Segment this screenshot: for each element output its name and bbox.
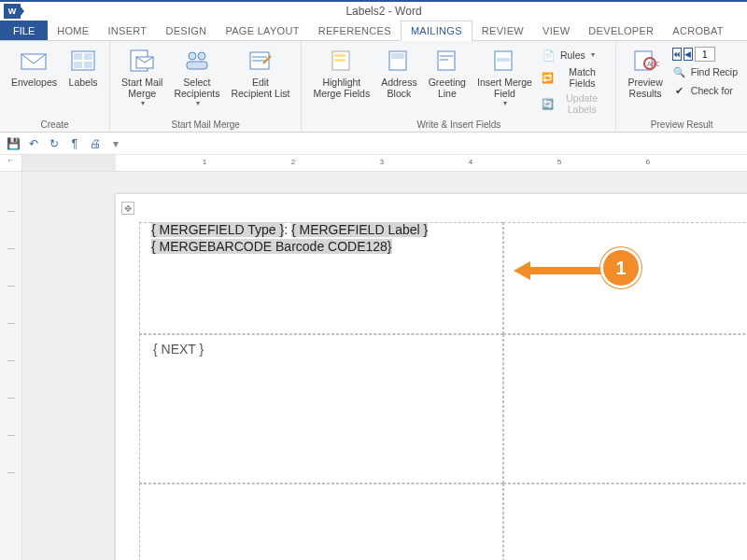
- mergebarcode: { MERGEBARCODE Barcode CODE128}: [151, 239, 392, 254]
- preview-stack: ⏮ ◀ 🔍 Find Recip ✔ Check for: [669, 45, 741, 101]
- tab-developer[interactable]: DEVELOPER: [579, 21, 663, 40]
- mergefield-label: { MERGEFIELD Label }: [291, 222, 428, 237]
- tab-design[interactable]: DESIGN: [156, 21, 216, 40]
- ruler-mark: 2: [291, 158, 295, 166]
- label-cell: [139, 483, 503, 560]
- greeting-icon: [432, 47, 462, 75]
- tab-review[interactable]: REVIEW: [472, 21, 533, 40]
- highlight-icon: [327, 47, 357, 75]
- tab-references[interactable]: REFERENCES: [309, 21, 401, 40]
- svg-rect-23: [497, 58, 510, 62]
- group-preview-label: Preview Result: [622, 118, 741, 130]
- match-fields-button[interactable]: 🔁 Match Fields: [542, 65, 607, 90]
- vertical-ruler: ⌐: [0, 155, 22, 560]
- check-errors-button[interactable]: ✔ Check for: [672, 82, 738, 99]
- group-preview-results: ABC Preview Results ⏮ ◀ 🔍 Find Recip ✔ C…: [616, 41, 747, 132]
- update-labels-label: Update Labels: [557, 92, 607, 115]
- tab-view[interactable]: VIEW: [533, 21, 579, 40]
- insert-merge-label: Insert Merge Field: [477, 77, 532, 99]
- labels-label: Labels: [69, 77, 98, 88]
- select-recipients-button[interactable]: Select Recipients ▾: [168, 45, 225, 107]
- tab-mailings[interactable]: MAILINGS: [401, 21, 472, 41]
- start-mail-merge-label: Start Mail Merge: [121, 77, 162, 99]
- ruler-mark: 1: [203, 158, 206, 166]
- edit-recipient-list-button[interactable]: Edit Recipient List: [225, 45, 295, 99]
- select-recipients-label: Select Recipients: [174, 77, 219, 99]
- mailmerge-icon: [127, 47, 157, 75]
- address-label: Address Block: [381, 77, 417, 99]
- svg-rect-15: [334, 54, 345, 57]
- horizontal-ruler: 1 2 3 4 5 6: [22, 155, 747, 172]
- address-block-button[interactable]: Address Block: [375, 45, 423, 99]
- group-write-label: Write & Insert Fields: [307, 118, 610, 130]
- ribbon: Envelopes Labels Create Start Mail Merge…: [0, 41, 747, 133]
- tab-acrobat[interactable]: ACROBAT: [663, 21, 732, 40]
- preview-icon: ABC: [630, 47, 660, 75]
- save-icon[interactable]: 💾: [6, 136, 21, 151]
- find-recipient-button[interactable]: 🔍 Find Recip: [672, 63, 738, 80]
- svg-rect-2: [74, 53, 82, 60]
- recipients-icon: [182, 47, 212, 75]
- chevron-down-icon: ▾: [196, 99, 200, 107]
- quick-print-icon[interactable]: 🖨: [88, 136, 103, 151]
- match-icon: 🔁: [542, 70, 555, 85]
- svg-rect-16: [334, 59, 345, 62]
- tab-insert[interactable]: INSERT: [98, 21, 156, 40]
- table-move-handle-icon[interactable]: ✥: [121, 202, 134, 215]
- group-create-label: Create: [6, 118, 104, 130]
- sep: :: [284, 222, 291, 237]
- svg-rect-10: [187, 62, 207, 69]
- title-bar: W Labels2 - Word: [0, 0, 747, 21]
- tab-page-layout[interactable]: PAGE LAYOUT: [216, 21, 308, 40]
- envelope-icon: [20, 47, 49, 75]
- nav-first-icon[interactable]: ⏮: [672, 48, 682, 61]
- insert-merge-field-button[interactable]: Insert Merge Field ▾: [472, 45, 538, 107]
- document-canvas[interactable]: ✥ { MERGEFIELD Type }: { MERGEFIELD Labe…: [22, 172, 747, 560]
- tab-home[interactable]: HOME: [48, 21, 98, 40]
- rules-icon: 📄: [542, 48, 557, 63]
- search-icon: 🔍: [672, 64, 687, 79]
- start-mail-merge-button[interactable]: Start Mail Merge ▾: [116, 45, 168, 107]
- nav-prev-icon[interactable]: ◀: [684, 48, 693, 61]
- svg-rect-19: [438, 51, 455, 70]
- greeting-line-button[interactable]: Greeting Line: [423, 45, 472, 99]
- workspace: ⌐ 1 2 3 4 5 6 ✥ { MERGEFIE: [0, 155, 747, 560]
- group-start-mail-merge: Start Mail Merge ▾ Select Recipients ▾ E…: [110, 41, 302, 132]
- undo-icon[interactable]: ↶: [26, 136, 41, 151]
- svg-text:ABC: ABC: [647, 61, 659, 67]
- rules-label: Rules: [560, 49, 585, 61]
- update-labels-icon: 🔄: [542, 96, 554, 111]
- tab-file[interactable]: FILE: [0, 21, 48, 40]
- record-number-input[interactable]: [695, 47, 715, 62]
- ribbon-tabs: FILE HOME INSERT DESIGN PAGE LAYOUT REFE…: [0, 21, 747, 41]
- quick-access-toolbar: 💾 ↶ ↻ ¶ 🖨 ▾: [0, 133, 747, 155]
- redo-icon[interactable]: ↻: [47, 136, 62, 151]
- next-field[interactable]: { NEXT }: [153, 342, 204, 357]
- ruler-mark: 3: [380, 158, 384, 166]
- envelopes-button[interactable]: Envelopes: [6, 45, 63, 88]
- rules-button[interactable]: 📄 Rules ▾: [542, 47, 607, 63]
- svg-rect-18: [391, 53, 404, 59]
- label-cell: [503, 483, 747, 560]
- paragraph-marks-icon[interactable]: ¶: [67, 136, 82, 151]
- update-labels-button[interactable]: 🔄 Update Labels: [542, 91, 607, 116]
- qat-more-icon[interactable]: ▾: [108, 136, 123, 151]
- svg-rect-3: [84, 53, 92, 60]
- check-errors-label: Check for: [691, 85, 733, 96]
- envelopes-label: Envelopes: [11, 77, 57, 88]
- callout-badge: 1: [603, 250, 639, 286]
- highlight-label: Highlight Merge Fields: [313, 77, 370, 99]
- svg-point-8: [189, 52, 196, 60]
- window-title: Labels2 - Word: [24, 5, 743, 18]
- field-code-line[interactable]: { MERGEBARCODE Barcode CODE128}: [151, 239, 392, 254]
- chevron-down-icon: ▾: [591, 50, 595, 59]
- edit-recipient-list-label: Edit Recipient List: [231, 77, 289, 99]
- preview-results-button[interactable]: ABC Preview Results: [622, 45, 668, 99]
- edit-list-icon: [246, 47, 275, 75]
- page: ✥ { MERGEFIELD Type }: { MERGEFIELD Labe…: [116, 194, 747, 560]
- field-code-line[interactable]: { MERGEFIELD Type }: { MERGEFIELD Label …: [151, 222, 428, 237]
- label-cell: [503, 334, 747, 483]
- labels-button[interactable]: Labels: [63, 45, 104, 88]
- highlight-merge-fields-button[interactable]: Highlight Merge Fields: [307, 45, 375, 99]
- word-app-icon: W: [4, 4, 21, 19]
